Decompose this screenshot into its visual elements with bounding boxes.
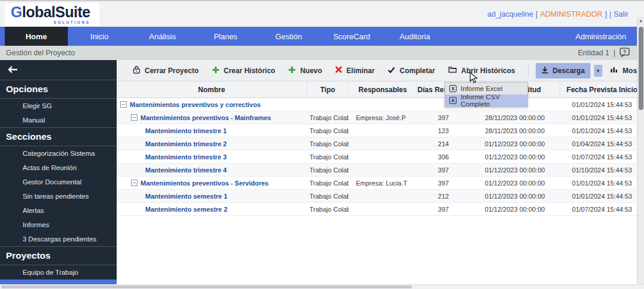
sidebar-item[interactable]: Alertas bbox=[0, 203, 117, 218]
role-badge: ADMINISTRADOR bbox=[540, 10, 602, 18]
lock-icon bbox=[133, 65, 140, 76]
column-header-responsables[interactable]: Responsables bbox=[349, 81, 417, 98]
download-icon bbox=[541, 66, 549, 76]
tab-gestion[interactable]: Gestión bbox=[257, 27, 320, 46]
cell-nombre: − Mantenimiento semestre 2 bbox=[117, 206, 307, 213]
cell-fecha-prevista-inicio: 01/04/2024 15:44:53 bbox=[560, 140, 644, 147]
cell-dias: 397 bbox=[417, 180, 470, 187]
tab-planes[interactable]: Planes bbox=[194, 27, 257, 46]
collapse-icon[interactable]: − bbox=[131, 114, 137, 121]
table-row[interactable]: − Mantenimiento semestre 2 Trabajo Colab… bbox=[117, 203, 644, 216]
toolbar: Cerrar Proyecto Crear Histórico Nuevo bbox=[117, 60, 644, 81]
cell-fecha-prevista-inicio: 01/01/2024 15:44:53 bbox=[560, 127, 644, 134]
close-project-button[interactable]: Cerrar Proyecto bbox=[127, 62, 204, 78]
task-name: Mantenimiento trimestre 3 bbox=[145, 153, 227, 161]
tab-inicio[interactable]: Inicio bbox=[68, 27, 131, 46]
sidebar-item[interactable]: Gestor Documental bbox=[0, 175, 117, 189]
collapse-icon[interactable]: − bbox=[120, 101, 127, 108]
download-menu: X Informe Excel X Informe CSV Completo bbox=[445, 82, 528, 107]
menu-item-informe-csv[interactable]: X Informe CSV Completo bbox=[445, 95, 527, 106]
sidebar-item[interactable]: Categorización Sistema bbox=[0, 146, 117, 161]
cell-fecha-solicitud: 01/12/2023 00:00:00 bbox=[470, 180, 560, 187]
table-row[interactable]: − Mantenimientos preventivos - Servidore… bbox=[117, 177, 644, 190]
mouse-cursor bbox=[470, 72, 478, 86]
task-name: Mantenimiento trimestre 4 bbox=[145, 167, 227, 174]
user-separator: | bbox=[609, 10, 611, 18]
horizontal-scrollbar[interactable] bbox=[0, 284, 644, 289]
table-row[interactable]: − Mantenimientos preventivos - Mainframe… bbox=[117, 111, 644, 124]
x-icon bbox=[335, 66, 342, 75]
cell-tipo: Trabajo Colab bbox=[307, 140, 349, 147]
tab-scorecard[interactable]: ScoreCard bbox=[320, 27, 383, 46]
cell-nombre: − Mantenimiento trimestre 2 bbox=[117, 140, 307, 147]
task-name: Mantenimiento trimestre 2 bbox=[145, 140, 227, 147]
column-header-tipo[interactable]: Tipo bbox=[307, 81, 349, 98]
cell-nombre: − Mantenimientos preventivos - Servidore… bbox=[117, 180, 307, 187]
username-link[interactable]: ad_jacqueline bbox=[487, 10, 533, 18]
excel-icon: X bbox=[449, 97, 457, 104]
cell-fecha-solicitud: 01/12/2023 00:00:00 bbox=[470, 167, 560, 174]
cell-dias: 397 bbox=[417, 167, 470, 174]
sidebar-active-strip[interactable] bbox=[0, 279, 117, 284]
sidebar-item[interactable]: Sin tareas pendientes bbox=[0, 189, 117, 203]
tab-home[interactable]: Home bbox=[5, 27, 68, 46]
table-row[interactable]: − Mantenimiento trimestre 1 Trabajo Cola… bbox=[117, 124, 644, 137]
task-name: Mantenimiento semestre 1 bbox=[145, 193, 227, 200]
delete-button[interactable]: Eliminar bbox=[330, 63, 380, 78]
sidebar-item[interactable]: Manual bbox=[0, 113, 117, 127]
hscroll-thumb[interactable] bbox=[1, 285, 412, 288]
download-button[interactable]: Descarga bbox=[536, 63, 590, 78]
table-row[interactable]: − Mantenimiento trimestre 3 Trabajo Cola… bbox=[117, 150, 644, 164]
globalsuite-app: GlobalSuite SOLUTIONS ad_jacqueline [ AD… bbox=[0, 0, 644, 289]
download-chevron-button[interactable]: ▾ bbox=[594, 65, 603, 77]
create-historic-button[interactable]: Crear Histórico bbox=[207, 63, 281, 78]
menu-item-informe-excel[interactable]: X Informe Excel bbox=[445, 83, 527, 95]
tab-analisis[interactable]: Análisis bbox=[131, 27, 194, 46]
cell-responsables: Empresa: José.P bbox=[349, 114, 417, 121]
logo[interactable]: GlobalSuite SOLUTIONS bbox=[5, 3, 99, 26]
column-header-fecha-prevista-inicio[interactable]: Fecha Prevista Inicio bbox=[560, 81, 644, 98]
vertical-scrollbar[interactable]: ▲ bbox=[637, 17, 644, 284]
cell-dias: 306 bbox=[417, 153, 470, 161]
tab-auditoria[interactable]: Auditoria bbox=[383, 27, 446, 46]
open-historics-button[interactable]: Abrir Históricos bbox=[443, 63, 521, 78]
collapse-icon[interactable]: − bbox=[131, 180, 137, 186]
table-row[interactable]: − Mantenimiento trimestre 2 Trabajo Cola… bbox=[117, 137, 644, 150]
task-name: Mantenimientos preventivos - Servidores bbox=[140, 180, 268, 187]
task-name: Mantenimientos preventivos - Mainframes bbox=[140, 114, 271, 121]
sidebar-item[interactable]: Actas de Reunión bbox=[0, 161, 117, 175]
sidebar-item[interactable]: Informes bbox=[0, 218, 117, 232]
tab-administracion[interactable]: Administración bbox=[565, 27, 644, 46]
cell-tipo: Trabajo Colab bbox=[307, 114, 349, 121]
main-content: Cerrar Proyecto Crear Histórico Nuevo bbox=[117, 60, 644, 284]
table-row[interactable]: − Mantenimiento trimestre 4 Trabajo Cola… bbox=[117, 164, 644, 177]
entity-separator: | bbox=[614, 49, 615, 57]
cell-fecha-prevista-inicio: 01/10/2024 15:44:53 bbox=[560, 167, 644, 174]
table-row[interactable]: − Mantenimiento semestre 1 Trabajo Colab… bbox=[117, 190, 644, 203]
vscroll-thumb[interactable] bbox=[639, 27, 643, 110]
cell-fecha-prevista-inicio: 01/01/2024 15:44:53 bbox=[560, 101, 644, 108]
scroll-up-icon[interactable]: ▲ bbox=[637, 17, 644, 23]
column-header-nombre[interactable]: Nombre bbox=[117, 81, 307, 98]
sidebar-item[interactable]: Equipo de Trabajo bbox=[0, 265, 117, 279]
cell-tipo: Trabajo Colab bbox=[307, 180, 349, 187]
back-button[interactable] bbox=[0, 60, 117, 80]
chevron-down-icon: ▾ bbox=[597, 68, 600, 74]
table-row[interactable]: − Mantenimientos preventivos y correctiv… bbox=[117, 98, 644, 111]
cell-tipo: Trabajo Colab bbox=[307, 193, 349, 200]
new-button[interactable]: Nuevo bbox=[283, 63, 327, 78]
sidebar-item[interactable]: Elegir SG bbox=[0, 99, 117, 113]
arrow-left-icon bbox=[8, 65, 18, 76]
user-info: ad_jacqueline [ ADMINISTRADOR ] | Salir bbox=[487, 10, 629, 18]
logout-link[interactable]: Salir bbox=[614, 10, 629, 18]
cell-fecha-prevista-inicio: 01/01/2024 15:44:53 bbox=[560, 193, 644, 200]
top-header: GlobalSuite SOLUTIONS ad_jacqueline [ AD… bbox=[0, 1, 644, 27]
main-nav: Home Inicio Análisis Planes Gestión Scor… bbox=[0, 27, 644, 46]
cell-nombre: − Mantenimiento semestre 1 bbox=[117, 193, 307, 200]
sidebar-item[interactable]: 3 Descargas pendientes bbox=[0, 232, 117, 246]
help-icon[interactable]: ? bbox=[620, 48, 630, 59]
cell-responsables: Empresa: Lucia.T bbox=[349, 180, 417, 187]
sidebar-section-opciones: Elegir SGManual bbox=[0, 99, 117, 127]
complete-button[interactable]: Completar bbox=[382, 64, 440, 78]
entity-label: Entidad 1 bbox=[578, 49, 609, 57]
